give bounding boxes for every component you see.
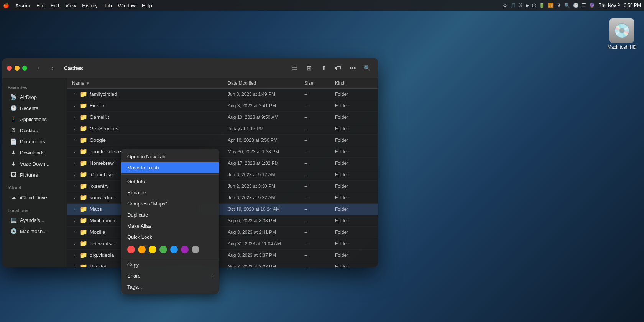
menu-history[interactable]: History bbox=[82, 3, 97, 8]
context-menu-item-quick-look[interactable]: Quick Look bbox=[121, 232, 219, 243]
menu-window[interactable]: Window bbox=[118, 3, 136, 8]
expand-arrow[interactable]: › bbox=[72, 161, 77, 166]
color-tag-blue[interactable] bbox=[170, 246, 178, 253]
search-button[interactable]: 🔍 bbox=[361, 63, 373, 74]
expand-arrow[interactable]: › bbox=[72, 149, 77, 154]
sidebar-item-documents[interactable]: 📄 Documents bbox=[5, 136, 65, 147]
table-row[interactable]: › 📁 Maps Oct 19, 2023 at 10:24 AM -- Fol… bbox=[67, 204, 378, 215]
recents-icon: 🕐 bbox=[10, 105, 17, 112]
list-options-button[interactable]: ☰ bbox=[288, 63, 301, 74]
file-date: Aug 10, 2023 at 9:50 AM bbox=[228, 115, 304, 120]
more-options-button[interactable]: ••• bbox=[347, 63, 359, 74]
expand-arrow[interactable]: › bbox=[72, 241, 77, 246]
color-tag-yellow[interactable] bbox=[149, 246, 156, 253]
expand-arrow[interactable]: › bbox=[72, 195, 77, 200]
finder-titlebar: ‹ › Caches ☰ ⊞ ⬆ 🏷 ••• 🔍 bbox=[2, 58, 378, 78]
table-row[interactable]: › 📁 PassKit Nov 7, 2023 at 3:08 PM -- Fo… bbox=[67, 261, 378, 267]
expand-arrow[interactable]: › bbox=[72, 253, 77, 258]
context-menu-item-move-to-trash[interactable]: Move to Trash bbox=[121, 162, 219, 173]
table-row[interactable]: › 📁 io.sentry Jun 2, 2023 at 3:30 PM -- … bbox=[67, 181, 378, 192]
expand-arrow[interactable]: › bbox=[72, 264, 77, 268]
view-options-button[interactable]: ⊞ bbox=[303, 63, 315, 74]
ctx-label: Quick Look bbox=[127, 234, 152, 240]
table-row[interactable]: › 📁 Firefox Aug 3, 2023 at 2:41 PM -- Fo… bbox=[67, 100, 378, 112]
expand-arrow[interactable]: › bbox=[72, 92, 77, 97]
context-menu-item-make-alias[interactable]: Make Alias bbox=[121, 220, 219, 232]
apple-menu[interactable]: 🍎 bbox=[3, 3, 9, 8]
expand-arrow[interactable]: › bbox=[72, 115, 77, 120]
file-size: -- bbox=[304, 241, 335, 246]
color-tag-orange[interactable] bbox=[138, 246, 146, 253]
context-menu-item-share[interactable]: Share› bbox=[121, 270, 219, 281]
sidebar-item-vuze[interactable]: ⬇ Vuze Down... bbox=[5, 158, 65, 169]
table-row[interactable]: › 📁 iCloudUser Jun 6, 2023 at 9:17 AM --… bbox=[67, 169, 378, 181]
sidebar-item-applications[interactable]: 📱 Applications bbox=[5, 114, 65, 125]
sidebar-item-downloads[interactable]: ⬇ Downloads bbox=[5, 147, 65, 158]
color-tag-red[interactable] bbox=[127, 246, 135, 253]
file-kind: Folder bbox=[335, 115, 373, 120]
menu-file[interactable]: File bbox=[36, 3, 44, 8]
table-row[interactable]: › 📁 net.whatsa Aug 31, 2023 at 11:04 AM … bbox=[67, 238, 378, 250]
table-row[interactable]: › 📁 org.videola Aug 3, 2023 at 3:37 PM -… bbox=[67, 250, 378, 261]
back-button[interactable]: ‹ bbox=[33, 63, 44, 74]
expand-arrow[interactable]: › bbox=[72, 184, 77, 189]
table-row[interactable]: › 📁 google-sdks-events May 30, 2023 at 1… bbox=[67, 146, 378, 158]
sidebar-item-desktop[interactable]: 🖥 Desktop bbox=[5, 125, 65, 136]
search-icon[interactable]: 🔍 bbox=[564, 3, 570, 8]
context-menu-item-get-info[interactable]: Get Info bbox=[121, 176, 219, 187]
sidebar-item-pictures[interactable]: 🖼 Pictures bbox=[5, 169, 65, 180]
table-row[interactable]: › 📁 Mozilla Aug 3, 2023 at 2:41 PM -- Fo… bbox=[67, 227, 378, 238]
expand-arrow[interactable]: › bbox=[72, 207, 77, 212]
col-date[interactable]: Date Modified bbox=[228, 80, 304, 86]
table-row[interactable]: › 📁 GameKit Aug 10, 2023 at 9:50 AM -- F… bbox=[67, 112, 378, 123]
table-row[interactable]: › 📁 MiniLaunch Sep 6, 2023 at 8:38 PM --… bbox=[67, 215, 378, 227]
table-row[interactable]: › 📁 GeoServices Today at 1:17 PM -- Fold… bbox=[67, 123, 378, 135]
table-row[interactable]: › 📁 knowledge- Jun 6, 2023 at 9:32 AM --… bbox=[67, 192, 378, 204]
sidebar-item-icloud-drive[interactable]: ☁ iCloud Drive bbox=[5, 192, 65, 203]
menu-edit[interactable]: Edit bbox=[51, 3, 59, 8]
share-button[interactable]: ⬆ bbox=[317, 63, 330, 74]
sidebar-item-airdrop[interactable]: 📡 AirDrop bbox=[5, 92, 65, 102]
sidebar-item-ayanda[interactable]: 💻 Ayanda's... bbox=[5, 215, 65, 225]
tags-button[interactable]: 🏷 bbox=[332, 63, 344, 74]
table-row[interactable]: › 📁 Google Apr 10, 2023 at 5:50 PM -- Fo… bbox=[67, 135, 378, 146]
color-tag-gray[interactable] bbox=[192, 246, 199, 253]
expand-arrow[interactable]: › bbox=[72, 138, 77, 143]
macintosh-hd-desktop-icon[interactable]: 💿 Macintosh HD bbox=[608, 18, 636, 50]
app-name[interactable]: Asana bbox=[15, 3, 30, 8]
table-row[interactable]: › 📁 familycircled Jun 8, 2023 at 1:49 PM… bbox=[67, 89, 378, 100]
expand-arrow[interactable]: › bbox=[72, 172, 77, 177]
control-center-icon[interactable]: ☰ bbox=[582, 3, 586, 8]
finder-sidebar: Favorites 📡 AirDrop 🕐 Recents 📱 Applicat… bbox=[2, 78, 67, 267]
sidebar-item-recents[interactable]: 🕐 Recents bbox=[5, 103, 65, 113]
expand-arrow[interactable]: › bbox=[72, 103, 77, 108]
menu-view[interactable]: View bbox=[65, 3, 76, 8]
forward-button[interactable]: › bbox=[47, 63, 58, 74]
menu-tab[interactable]: Tab bbox=[104, 3, 112, 8]
sidebar-item-macintosh[interactable]: 💿 Macintosh... bbox=[5, 226, 65, 237]
col-kind[interactable]: Kind bbox=[335, 80, 373, 86]
ctx-label: Rename bbox=[127, 190, 146, 196]
context-menu-item-tags[interactable]: Tags... bbox=[121, 281, 219, 292]
expand-arrow[interactable]: › bbox=[72, 218, 77, 223]
close-button[interactable] bbox=[7, 66, 12, 71]
macintosh-icon: 💿 bbox=[10, 228, 17, 235]
col-size[interactable]: Size bbox=[304, 80, 335, 86]
context-menu-item-compress[interactable]: Compress "Maps" bbox=[121, 198, 219, 209]
maximize-button[interactable] bbox=[22, 66, 27, 71]
col-name[interactable]: Name ▼ bbox=[72, 80, 228, 86]
recents-label: Recents bbox=[20, 105, 38, 111]
table-row[interactable]: › 📁 Homebrew Aug 17, 2023 at 1:32 PM -- … bbox=[67, 158, 378, 169]
minimize-button[interactable] bbox=[15, 66, 20, 71]
context-menu-item-duplicate[interactable]: Duplicate bbox=[121, 209, 219, 220]
color-tag-purple[interactable] bbox=[181, 246, 189, 253]
context-menu-item-open-new-tab[interactable]: Open in New Tab bbox=[121, 151, 219, 162]
expand-arrow[interactable]: › bbox=[72, 126, 77, 131]
expand-arrow[interactable]: › bbox=[72, 230, 77, 235]
locations-label: Locations bbox=[2, 206, 67, 214]
siri-icon[interactable]: 🔮 bbox=[589, 3, 595, 8]
menu-help[interactable]: Help bbox=[142, 3, 152, 8]
context-menu-item-copy[interactable]: Copy bbox=[121, 259, 219, 270]
color-tag-green[interactable] bbox=[159, 246, 167, 253]
context-menu-item-rename[interactable]: Rename bbox=[121, 187, 219, 198]
